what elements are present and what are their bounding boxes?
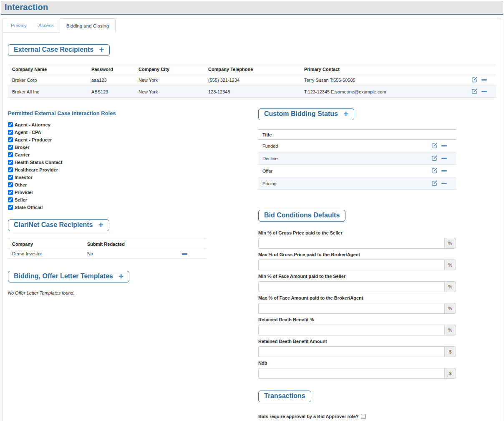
role-checkbox-row[interactable]: Agent - Attorney — [8, 121, 258, 129]
role-checkbox[interactable] — [8, 182, 13, 187]
column-header: Title — [258, 130, 423, 140]
role-label: Agent - Producer — [15, 137, 52, 142]
bid-approval-row: Bids require approval by a Bid Approver … — [258, 414, 456, 419]
field-input[interactable] — [258, 368, 444, 379]
unit-addon: $ — [444, 346, 456, 357]
tab-access[interactable]: Access — [33, 18, 60, 33]
column-header: Company Name — [8, 64, 87, 74]
role-checkbox-row[interactable]: Agent - Producer — [8, 136, 258, 144]
role-checkbox[interactable] — [8, 190, 13, 195]
tab-content: External Case Recipients + Company NameP… — [3, 33, 501, 421]
title-cell: Offer — [258, 165, 423, 177]
bid-condition-field: Min % of Face Amount paid to the Seller … — [258, 274, 456, 292]
edit-icon[interactable] — [431, 167, 438, 174]
add-custom-bidding-status-icon[interactable]: + — [343, 111, 348, 117]
role-checkbox[interactable] — [8, 152, 13, 157]
tab-bar: Privacy Access Bidding and Closing — [3, 18, 501, 33]
field-input[interactable] — [258, 238, 444, 249]
clarinet-case-recipients-table: CompanySubmit Redacted Demo Investor No — [8, 239, 206, 259]
remove-icon[interactable] — [481, 79, 487, 81]
clarinet-case-recipients-header: ClariNet Case Recipients + — [8, 219, 109, 231]
role-checkbox-row[interactable]: Other — [8, 181, 258, 189]
column-header: Company Telephone — [204, 64, 300, 74]
add-clarinet-case-recipient-icon[interactable]: + — [98, 222, 103, 228]
tab-privacy[interactable]: Privacy — [3, 18, 33, 33]
role-checkbox-row[interactable]: Seller — [8, 196, 258, 204]
role-checkbox[interactable] — [8, 130, 13, 135]
table-row: Demo Investor No — [8, 249, 206, 259]
remove-icon[interactable] — [481, 91, 487, 93]
field-label: Ndb — [258, 360, 456, 366]
role-label: Other — [15, 182, 27, 187]
field-input[interactable] — [258, 346, 444, 357]
field-input[interactable] — [258, 303, 444, 314]
field-input[interactable] — [258, 325, 444, 335]
role-checkbox[interactable] — [8, 122, 13, 127]
role-checkbox[interactable] — [8, 205, 13, 210]
edit-icon[interactable] — [431, 155, 438, 162]
bid-condition-field: Max % of Gross Price paid to the Broker/… — [258, 252, 456, 270]
unit-addon: % — [444, 260, 456, 270]
role-checkbox[interactable] — [8, 175, 13, 180]
role-checkbox[interactable] — [8, 137, 13, 142]
role-checkbox[interactable] — [8, 167, 13, 172]
role-checkbox-row[interactable]: State Official — [8, 204, 258, 211]
primary-contact-cell: Terry Susan T:555-50505 — [300, 74, 463, 86]
role-checkbox[interactable] — [8, 160, 13, 165]
actions-column-header — [423, 130, 456, 140]
offer-letter-templates-empty-message: No Offer Letter Templates found. — [8, 290, 258, 295]
permitted-roles-list: Agent - Attorney Agent - CPA Agent - Pro… — [8, 121, 258, 211]
table-row: Broker Corp aaa123 New York (555) 321-12… — [8, 74, 496, 86]
bid-condition-field: Max % of Face Amount paid to the Broker/… — [258, 295, 456, 314]
role-label: Health Status Contact — [15, 160, 62, 165]
role-label: Agent - CPA — [15, 130, 41, 135]
remove-icon[interactable] — [441, 158, 447, 159]
edit-icon[interactable] — [471, 76, 478, 83]
role-checkbox[interactable] — [8, 197, 13, 202]
role-checkbox-row[interactable]: Health Status Contact — [8, 159, 258, 166]
bid-approval-checkbox[interactable] — [361, 414, 366, 419]
tab-bidding-and-closing[interactable]: Bidding and Closing — [60, 18, 116, 33]
table-row: Funded — [258, 140, 456, 152]
remove-icon[interactable] — [441, 145, 447, 147]
role-checkbox[interactable] — [8, 145, 13, 150]
page-title-bar: Interaction — [1, 1, 503, 15]
role-checkbox-row[interactable]: Carrier — [8, 151, 258, 159]
field-label: Min % of Gross Price paid to the Seller — [258, 230, 456, 235]
role-checkbox-row[interactable]: Healthcare Provider — [8, 166, 258, 174]
field-input[interactable] — [258, 260, 444, 270]
bid-approval-label: Bids require approval by a Bid Approver … — [258, 414, 358, 419]
role-checkbox-row[interactable]: Agent - CPA — [8, 129, 258, 136]
add-external-case-recipient-icon[interactable]: + — [99, 47, 104, 53]
company-city-cell: New York — [134, 74, 204, 86]
bid-condition-field: Ndb $ — [258, 360, 456, 379]
unit-addon: $ — [444, 368, 456, 379]
field-label: Min % of Face Amount paid to the Seller — [258, 274, 456, 279]
remove-icon[interactable] — [182, 253, 187, 255]
permitted-roles-title: Permitted External Case Interaction Role… — [8, 110, 258, 116]
role-checkbox-row[interactable]: Investor — [8, 174, 258, 181]
section-title: External Case Recipients — [14, 46, 93, 53]
permitted-roles-section: Permitted External Case Interaction Role… — [8, 110, 258, 211]
remove-icon[interactable] — [441, 170, 447, 172]
edit-icon[interactable] — [471, 88, 478, 95]
actions-column-header — [168, 239, 206, 249]
edit-icon[interactable] — [431, 142, 438, 149]
bid-condition-field: Retained Death Benefit % % — [258, 317, 456, 335]
title-cell: Decline — [258, 152, 423, 165]
field-label: Retained Death Benefit % — [258, 317, 456, 322]
field-input[interactable] — [258, 281, 444, 292]
role-label: Broker — [15, 145, 29, 150]
remove-icon[interactable] — [441, 183, 447, 184]
title-cell: Funded — [258, 140, 423, 152]
table-row: Offer — [258, 165, 456, 177]
submit-redacted-cell: No — [83, 249, 168, 259]
custom-bidding-status-table: Title Funded — [258, 129, 456, 190]
unit-addon: % — [444, 281, 456, 292]
page-title: Interaction — [5, 3, 499, 12]
role-checkbox-row[interactable]: Broker — [8, 144, 258, 151]
role-checkbox-row[interactable]: Provider — [8, 189, 258, 196]
add-offer-letter-template-icon[interactable]: + — [118, 273, 123, 279]
table-row: Pricing — [258, 177, 456, 190]
edit-icon[interactable] — [431, 180, 438, 187]
